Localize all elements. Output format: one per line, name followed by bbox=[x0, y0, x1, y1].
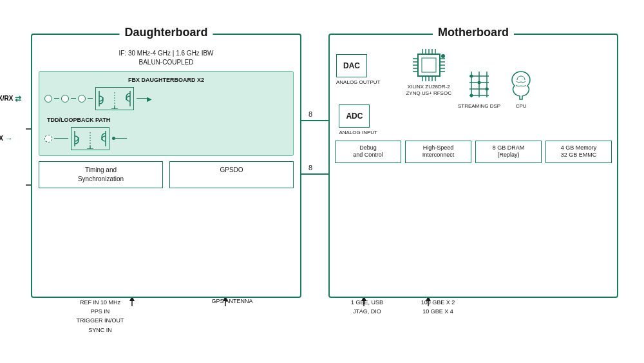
cpu-col: CPU bbox=[507, 49, 535, 109]
svg-point-75 bbox=[470, 74, 473, 77]
tdd-label: TDD/LOOPBACK PATH bbox=[44, 117, 288, 123]
tx-rx-label: 8X TX/RX ⇄ bbox=[0, 94, 21, 103]
dsp-label: STREAMING DSP bbox=[458, 103, 500, 109]
svg-rect-46 bbox=[422, 58, 436, 72]
dac-group: DAC ANALOG OUTPUT bbox=[336, 54, 380, 85]
signal-chain-bottom bbox=[44, 135, 68, 142]
diagram-wrapper: 8 8 bbox=[13, 8, 631, 356]
cpu-label: CPU bbox=[516, 103, 527, 109]
motherboard-title: Motherboard bbox=[433, 26, 514, 39]
circle2 bbox=[61, 95, 69, 103]
transformer-bottom bbox=[71, 127, 109, 150]
tx-rx-arrows: ⇄ bbox=[15, 94, 21, 103]
daughterboard-below-labels: REF IN 10 MHz PPS IN TRIGGER IN/OUT SYNC… bbox=[31, 298, 301, 335]
dac-box: DAC bbox=[336, 54, 367, 77]
svg-text:8: 8 bbox=[308, 110, 312, 118]
fpga-label: XILINX ZU28DR-2 ZYNQ US+ RFSOC bbox=[406, 84, 451, 97]
svg-point-78 bbox=[470, 93, 473, 97]
rx-label: 8X RX → bbox=[0, 134, 13, 143]
timing-sync-box: Timing and Synchronization bbox=[39, 161, 163, 188]
rx-row: 8X RX → bbox=[44, 127, 288, 150]
dac-sublabel: ANALOG OUTPUT bbox=[336, 79, 380, 85]
dram-box: 8 GB DRAM (Replay) bbox=[475, 141, 542, 163]
dsp-icon bbox=[466, 68, 492, 101]
below-label-gps: GPS ANTENNA bbox=[169, 298, 295, 304]
tx-rx-row: 8X TX/RX ⇄ bbox=[44, 87, 288, 110]
mb-below-col2: 100 GBE X 2 10 GBE X 4 bbox=[404, 298, 471, 317]
high-speed-interconnect-box: High-Speed Interconnect bbox=[405, 141, 471, 163]
fbx-area: FBX DAUGHTERBOARD X2 8X TX/RX ⇄ bbox=[39, 71, 294, 156]
fpga-icon bbox=[413, 49, 445, 81]
svg-point-76 bbox=[478, 81, 481, 84]
circle3 bbox=[78, 95, 86, 103]
adc-sublabel: ANALOG INPUT bbox=[339, 130, 377, 135]
motherboard-top: DAC ANALOG OUTPUT ADC ANALOG INPUT bbox=[330, 35, 617, 135]
motherboard: Motherboard DAC ANALOG OUTPUT ADC ANALOG… bbox=[328, 34, 618, 298]
circle1 bbox=[44, 95, 52, 103]
daughterboard-subtitle: IF: 30 MHz-4 GHz | 1.6 GHz IBW BALUN-COU… bbox=[32, 49, 300, 67]
svg-text:8: 8 bbox=[308, 164, 312, 172]
fpga-col: XILINX ZU28DR-2 ZYNQ US+ RFSOC bbox=[406, 49, 451, 97]
transformer-top bbox=[95, 87, 134, 110]
adc-box: ADC bbox=[339, 104, 370, 128]
gpsdo-box: GPSDO bbox=[169, 161, 294, 188]
dsp-col: STREAMING DSP bbox=[458, 49, 500, 109]
svg-rect-45 bbox=[418, 54, 440, 76]
cpu-icon bbox=[507, 68, 535, 101]
memory-box: 4 GB Memory 32 GB EMMC bbox=[545, 141, 612, 163]
fbx-label: FBX DAUGHTERBOARD X2 bbox=[44, 77, 288, 83]
daughterboard: Daughterboard IF: 30 MHz-4 GHz | 1.6 GHz… bbox=[31, 34, 301, 298]
svg-point-67 bbox=[441, 54, 445, 58]
adc-group: ADC ANALOG INPUT bbox=[339, 104, 377, 135]
circle-d1 bbox=[44, 135, 52, 142]
svg-point-77 bbox=[486, 87, 489, 90]
mb-below-col1: 1 GBE, USB JTAG, DIO bbox=[334, 298, 401, 317]
dac-adc-col: DAC ANALOG OUTPUT ADC ANALOG INPUT bbox=[336, 49, 380, 135]
signal-chain-top bbox=[44, 95, 93, 103]
below-label-timing: REF IN 10 MHz PPS IN TRIGGER IN/OUT SYNC… bbox=[37, 298, 163, 335]
daughterboard-title: Daughterboard bbox=[119, 26, 213, 39]
motherboard-below-labels: 1 GBE, USB JTAG, DIO 100 GBE X 2 10 GBE … bbox=[328, 298, 618, 317]
debug-control-box: Debug and Control bbox=[335, 141, 401, 163]
motherboard-bottom-boxes: Debug and Control High-Speed Interconnec… bbox=[330, 141, 617, 163]
daughterboard-bottom-boxes: Timing and Synchronization GPSDO bbox=[39, 161, 294, 188]
rx-arrow: → bbox=[5, 134, 13, 143]
